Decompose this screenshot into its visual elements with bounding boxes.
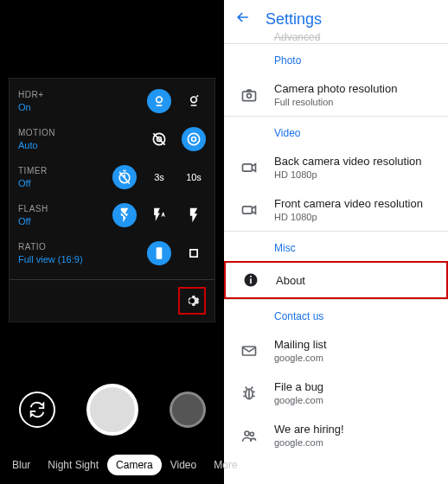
- video-icon: [238, 159, 260, 176]
- motion-off-icon[interactable]: [147, 127, 171, 151]
- section-misc: Misc: [224, 232, 448, 261]
- hdr-on-icon[interactable]: [147, 89, 171, 113]
- camera-icon: [238, 86, 260, 104]
- svg-rect-16: [243, 206, 253, 213]
- timer-10s-button[interactable]: 10s: [182, 165, 206, 189]
- motion-auto-icon[interactable]: [182, 127, 206, 151]
- svg-point-6: [192, 137, 196, 142]
- group-icon: [238, 427, 260, 444]
- divider: [10, 279, 214, 280]
- hdr-row: HDR+ On: [18, 89, 206, 113]
- timer-off-icon[interactable]: [112, 165, 137, 189]
- motion-label: MOTION: [18, 128, 87, 137]
- settings-highlight: [178, 287, 206, 315]
- svg-point-1: [191, 97, 197, 103]
- ratio-label: RATIO: [18, 242, 87, 252]
- camera-app: HDR+ On MOTION Auto TIMER Off: [0, 0, 224, 484]
- section-video: Video: [224, 117, 448, 146]
- timer-label: TIMER: [18, 166, 87, 175]
- shutter-button[interactable]: [86, 384, 138, 436]
- svg-rect-10: [157, 247, 163, 258]
- svg-point-23: [250, 432, 253, 436]
- svg-point-22: [245, 431, 249, 436]
- back-button[interactable]: [234, 9, 252, 30]
- mode-blur[interactable]: Blur: [3, 455, 39, 475]
- gear-icon: [184, 293, 200, 309]
- capture-row: [0, 384, 224, 436]
- flash-off-icon[interactable]: [112, 203, 137, 227]
- item-front-video[interactable]: Front camera video resolution HD 1080p: [224, 188, 448, 231]
- timer-3s-button[interactable]: 3s: [147, 165, 171, 189]
- filter-button[interactable]: [170, 392, 206, 428]
- item-about[interactable]: About: [226, 263, 446, 297]
- ratio-full-icon[interactable]: [147, 241, 171, 265]
- hdr-value: On: [18, 102, 87, 112]
- item-photo-resolution[interactable]: Camera photo resolution Full resolution: [224, 73, 448, 116]
- back-arrow-icon: [234, 9, 252, 26]
- item-sub: Full resolution: [274, 97, 434, 107]
- svg-point-5: [188, 133, 199, 144]
- section-photo: Photo: [224, 44, 448, 73]
- item-mailing-list[interactable]: Mailing list google.com: [224, 329, 448, 372]
- ratio-row: RATIO Full view (16:9): [18, 241, 206, 265]
- hdr-enhanced-icon[interactable]: [182, 89, 206, 113]
- mode-camera[interactable]: Camera: [107, 455, 162, 475]
- ratio-43-icon[interactable]: [182, 241, 206, 265]
- mail-icon: [238, 342, 260, 360]
- item-back-video[interactable]: Back camera video resolution HD 1080p: [224, 146, 448, 188]
- flash-label: FLASH: [18, 204, 87, 213]
- svg-rect-15: [243, 163, 253, 170]
- motion-value: Auto: [18, 140, 87, 150]
- flash-value: Off: [18, 216, 87, 226]
- ratio-value: Full view (16:9): [18, 254, 87, 264]
- mode-more[interactable]: More: [205, 455, 246, 475]
- svg-point-14: [247, 93, 252, 98]
- svg-point-0: [157, 97, 163, 103]
- flash-on-icon[interactable]: [182, 203, 206, 227]
- motion-row: MOTION Auto: [18, 127, 206, 151]
- hdr-label: HDR+: [18, 90, 87, 99]
- switch-camera-icon: [28, 400, 47, 419]
- settings-app: Settings Advanced Photo Camera photo res…: [224, 0, 448, 484]
- svg-rect-11: [190, 250, 197, 257]
- item-file-bug[interactable]: File a bug google.com: [224, 372, 448, 414]
- svg-rect-13: [243, 91, 256, 100]
- video-icon: [238, 201, 260, 219]
- mode-row: Blur Night Sight Camera Video More: [0, 455, 224, 475]
- about-highlight: About: [224, 261, 448, 299]
- flash-row: FLASH Off: [18, 203, 206, 227]
- timer-value: Off: [18, 178, 87, 188]
- item-hiring[interactable]: We are hiring! google.com: [224, 414, 448, 456]
- item-title: Camera photo resolution: [274, 82, 434, 95]
- settings-button[interactable]: [182, 290, 202, 311]
- switch-camera-button[interactable]: [19, 392, 55, 428]
- truncated-item[interactable]: Advanced: [224, 31, 448, 43]
- mode-video[interactable]: Video: [162, 455, 205, 475]
- page-title: Settings: [266, 10, 322, 29]
- info-icon: [240, 271, 262, 289]
- quick-settings-panel: HDR+ On MOTION Auto TIMER Off: [9, 78, 215, 322]
- svg-rect-19: [250, 276, 252, 277]
- timer-row: TIMER Off 3s 10s: [18, 165, 206, 189]
- svg-rect-18: [250, 278, 252, 283]
- mode-night-sight[interactable]: Night Sight: [39, 455, 107, 475]
- flash-auto-icon[interactable]: [147, 203, 171, 227]
- section-contact: Contact us: [224, 300, 448, 329]
- svg-point-12: [190, 299, 195, 303]
- bug-icon: [238, 385, 260, 402]
